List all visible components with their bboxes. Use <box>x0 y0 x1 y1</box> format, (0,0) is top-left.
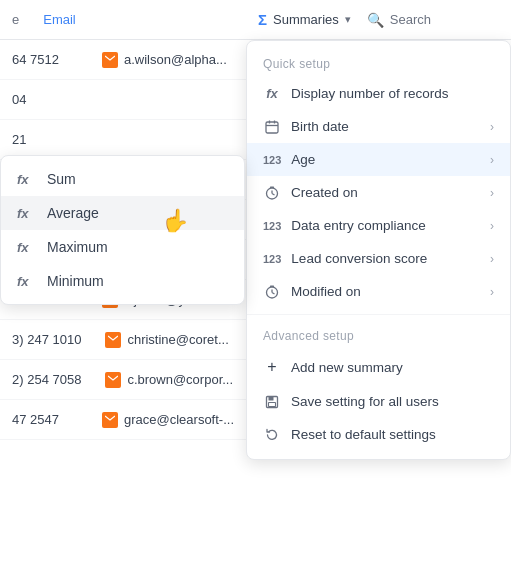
left-submenu: fx Sum fx Average fx Maximum fx Minimum <box>0 155 245 305</box>
submenu-item-maximum[interactable]: fx Maximum <box>1 230 244 264</box>
email-icon <box>105 372 121 388</box>
chevron-right-icon: › <box>490 219 494 233</box>
chevron-right-icon: › <box>490 153 494 167</box>
search-button[interactable]: 🔍 Search <box>367 12 431 28</box>
dropdown-item-modified-on[interactable]: Modified on › <box>247 275 510 308</box>
item-label-add-summary: Add new summary <box>291 360 494 375</box>
reset-icon <box>263 428 281 442</box>
item-label-reset: Reset to default settings <box>291 427 494 442</box>
summaries-toolbar: Σ Summaries ▾ 🔍 Search <box>246 0 511 40</box>
chevron-down-icon: ▾ <box>345 13 351 26</box>
search-icon: 🔍 <box>367 12 384 28</box>
submenu-item-minimum[interactable]: fx Minimum <box>1 264 244 298</box>
cell-phone: 04 <box>0 92 90 107</box>
fx-icon: fx <box>17 206 37 221</box>
cell-email: a.wilson@alpha... <box>90 52 239 68</box>
cell-email: c.brown@corpor... <box>93 372 245 388</box>
dropdown-item-age[interactable]: 123 Age › <box>247 143 510 176</box>
submenu-item-sum[interactable]: fx Sum <box>1 162 244 196</box>
fx-icon: fx <box>17 172 37 187</box>
item-label-save-settings: Save setting for all users <box>291 394 494 409</box>
svg-rect-13 <box>269 396 274 400</box>
email-icon <box>102 412 118 428</box>
svg-rect-7 <box>270 186 274 188</box>
advanced-setup-label: Advanced setup <box>247 321 510 349</box>
dropdown-item-add-summary[interactable]: + Add new summary <box>247 349 510 385</box>
item-label-created-on: Created on <box>291 185 480 200</box>
cell-phone: 3) 247 1010 <box>0 332 93 347</box>
save-icon <box>263 395 281 409</box>
dropdown-item-birthdate[interactable]: Birth date › <box>247 110 510 143</box>
submenu-label-maximum: Maximum <box>47 239 108 255</box>
dropdown-item-save-settings[interactable]: Save setting for all users <box>247 385 510 418</box>
col-header-email: Email <box>31 12 151 27</box>
sigma-icon: Σ <box>258 11 267 28</box>
item-label-modified-on: Modified on <box>291 284 480 299</box>
main-dropdown: Quick setup fx Display number of records… <box>246 40 511 460</box>
svg-rect-14 <box>269 402 276 406</box>
svg-rect-11 <box>270 285 274 287</box>
dropdown-item-reset[interactable]: Reset to default settings <box>247 418 510 451</box>
submenu-label-sum: Sum <box>47 171 76 187</box>
item-label-records: Display number of records <box>291 86 494 101</box>
quick-setup-label: Quick setup <box>247 49 510 77</box>
dropdown-item-records[interactable]: fx Display number of records <box>247 77 510 110</box>
clock-icon <box>263 285 281 299</box>
cell-phone: 21 <box>0 132 90 147</box>
col-header-e: e <box>0 12 31 27</box>
item-label-lead-score: Lead conversion score <box>291 251 480 266</box>
number-icon: 123 <box>263 154 281 166</box>
svg-rect-0 <box>266 122 278 133</box>
cell-email: grace@clearsoft-... <box>90 412 246 428</box>
chevron-right-icon: › <box>490 285 494 299</box>
dropdown-item-compliance[interactable]: 123 Data entry compliance › <box>247 209 510 242</box>
divider <box>247 314 510 315</box>
dropdown-item-lead-score[interactable]: 123 Lead conversion score › <box>247 242 510 275</box>
item-label-age: Age <box>291 152 480 167</box>
cell-phone: 2) 254 7058 <box>0 372 93 387</box>
summaries-label: Summaries <box>273 12 339 27</box>
fx-icon: fx <box>17 240 37 255</box>
chevron-right-icon: › <box>490 120 494 134</box>
cell-email: christine@coret... <box>93 332 240 348</box>
svg-line-10 <box>272 292 275 294</box>
fx-icon: fx <box>17 274 37 289</box>
submenu-label-minimum: Minimum <box>47 273 104 289</box>
item-label-birthdate: Birth date <box>291 119 480 134</box>
dropdown-item-created-on[interactable]: Created on › <box>247 176 510 209</box>
item-label-compliance: Data entry compliance <box>291 218 480 233</box>
submenu-label-average: Average <box>47 205 99 221</box>
email-icon <box>102 52 118 68</box>
cell-phone: 47 2547 <box>0 412 90 427</box>
summaries-button[interactable]: Σ Summaries ▾ <box>258 11 351 28</box>
cell-phone: 64 7512 <box>0 52 90 67</box>
svg-line-6 <box>272 193 275 195</box>
calendar-icon <box>263 120 281 134</box>
fx-icon: fx <box>263 86 281 101</box>
chevron-right-icon: › <box>490 252 494 266</box>
submenu-item-average[interactable]: fx Average <box>1 196 244 230</box>
search-label: Search <box>390 12 431 27</box>
number-icon: 123 <box>263 220 281 232</box>
plus-icon: + <box>263 358 281 376</box>
email-icon <box>105 332 121 348</box>
chevron-right-icon: › <box>490 186 494 200</box>
clock-icon <box>263 186 281 200</box>
number-icon: 123 <box>263 253 281 265</box>
